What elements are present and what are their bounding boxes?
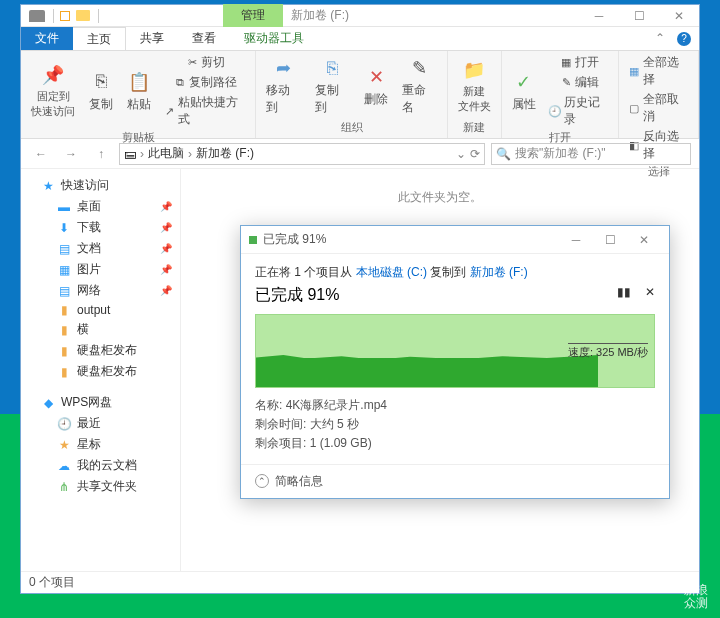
group-organize: 组织	[262, 119, 441, 136]
dest-link[interactable]: 新加卷 (F:)	[470, 265, 528, 279]
sidebar-heng[interactable]: ▮横	[21, 319, 180, 340]
pin-icon: 📌	[160, 201, 172, 212]
dialog-minimize[interactable]: ─	[559, 233, 593, 247]
qat-item[interactable]	[60, 11, 70, 21]
source-link[interactable]: 本地磁盘 (C:)	[356, 265, 427, 279]
ribbon-tabs: 文件 主页 共享 查看 驱动器工具 ⌃ ?	[21, 27, 699, 51]
tab-view[interactable]: 查看	[178, 27, 230, 50]
progress-indicator-icon	[249, 236, 257, 244]
dialog-maximize[interactable]: ☐	[593, 233, 627, 247]
file-name: 名称: 4K海豚纪录片.mp4	[255, 396, 655, 415]
tab-share[interactable]: 共享	[126, 27, 178, 50]
history-button[interactable]: 🕘历史记录	[546, 93, 612, 129]
sidebar-star[interactable]: ★星标	[21, 434, 180, 455]
copy-to-button[interactable]: ⎘复制到	[311, 53, 354, 119]
cut-button[interactable]: ✂剪切	[161, 53, 249, 72]
sidebar-desktop[interactable]: ▬桌面📌	[21, 196, 180, 217]
breadcrumb-volume[interactable]: 新加卷 (F:)	[196, 145, 254, 162]
collapse-ribbon[interactable]: ⌃	[647, 27, 673, 50]
help-button[interactable]: ?	[677, 32, 691, 46]
progress-text: 已完成 91%	[255, 285, 655, 306]
minimize-button[interactable]: ─	[579, 5, 619, 27]
select-none-button[interactable]: ▢全部取消	[625, 90, 692, 126]
sidebar-disk2[interactable]: ▮硬盘柜发布	[21, 361, 180, 382]
status-bar: 0 个项目	[21, 571, 699, 593]
pin-quick-access[interactable]: 📌固定到 快速访问	[27, 53, 79, 129]
search-icon: 🔍	[496, 147, 511, 161]
watermark: 新浪 众测	[684, 584, 708, 610]
back-button[interactable]: ←	[29, 142, 53, 166]
sidebar-downloads[interactable]: ⬇下载📌	[21, 217, 180, 238]
open-button[interactable]: ▦打开	[546, 53, 612, 72]
speed-graph: 速度: 325 MB/秒	[255, 314, 655, 388]
chevron-up-icon: ⌃	[255, 474, 269, 488]
tab-drive-tools[interactable]: 驱动器工具	[230, 27, 318, 50]
pause-button[interactable]: ▮▮	[617, 285, 631, 299]
move-to-button[interactable]: ➦移动到	[262, 53, 305, 119]
sidebar-quick-access[interactable]: ★快速访问	[21, 175, 180, 196]
drive-icon	[29, 10, 45, 22]
delete-button[interactable]: ✕删除	[360, 53, 392, 119]
title-bar: 管理 新加卷 (F:) ─ ☐ ✕	[21, 5, 699, 27]
refresh-icon[interactable]: ⟳	[470, 147, 480, 161]
paste-button[interactable]: 📋粘贴	[123, 53, 155, 129]
sidebar-output[interactable]: ▮output	[21, 301, 180, 319]
sidebar-mycloud[interactable]: ☁我的云文档	[21, 455, 180, 476]
search-placeholder: 搜索"新加卷 (F:)"	[515, 145, 606, 162]
copy-progress-dialog: 已完成 91% ─ ☐ ✕ 正在将 1 个项目从 本地磁盘 (C:) 复制到 新…	[240, 225, 670, 499]
tab-file[interactable]: 文件	[21, 27, 73, 50]
address-bar[interactable]: 🖴› 此电脑› 新加卷 (F:) ⌄ ⟳	[119, 143, 485, 165]
copy-button[interactable]: ⎘复制	[85, 53, 117, 129]
dialog-close[interactable]: ✕	[627, 233, 661, 247]
dropdown-icon[interactable]: ⌄	[456, 147, 466, 161]
dialog-title-bar: 已完成 91% ─ ☐ ✕	[241, 226, 669, 254]
sidebar-pictures[interactable]: ▦图片📌	[21, 259, 180, 280]
sidebar-documents[interactable]: ▤文档📌	[21, 238, 180, 259]
new-folder-button[interactable]: 📁新建 文件夹	[454, 53, 495, 119]
properties-button[interactable]: ✓属性	[508, 53, 540, 129]
remaining-items: 剩余项目: 1 (1.09 GB)	[255, 434, 655, 453]
ribbon: 📌固定到 快速访问 ⎘复制 📋粘贴 ✂剪切 ⧉复制路径 ↗粘贴快捷方式 剪贴板 …	[21, 51, 699, 139]
edit-button[interactable]: ✎编辑	[546, 73, 612, 92]
maximize-button[interactable]: ☐	[619, 5, 659, 27]
close-button[interactable]: ✕	[659, 5, 699, 27]
pin-icon: 📌	[160, 264, 172, 275]
navigation-pane: ★快速访问 ▬桌面📌 ⬇下载📌 ▤文档📌 ▦图片📌 ▤网络📌 ▮output ▮…	[21, 169, 181, 571]
sidebar-disk1[interactable]: ▮硬盘柜发布	[21, 340, 180, 361]
paste-shortcut-button[interactable]: ↗粘贴快捷方式	[161, 93, 249, 129]
group-new: 新建	[454, 119, 495, 136]
select-all-button[interactable]: ▦全部选择	[625, 53, 692, 89]
sidebar-wps[interactable]: ◆WPS网盘	[21, 392, 180, 413]
sidebar-recent[interactable]: 🕘最近	[21, 413, 180, 434]
address-bar-row: ← → ↑ 🖴› 此电脑› 新加卷 (F:) ⌄ ⟳ 🔍 搜索"新加卷 (F:)…	[21, 139, 699, 169]
sidebar-network[interactable]: ▤网络📌	[21, 280, 180, 301]
breadcrumb-pc[interactable]: 此电脑	[148, 145, 184, 162]
window-title: 新加卷 (F:)	[291, 7, 349, 24]
search-box[interactable]: 🔍 搜索"新加卷 (F:)"	[491, 143, 691, 165]
item-count: 0 个项目	[29, 574, 75, 591]
context-tab[interactable]: 管理	[223, 4, 283, 27]
sidebar-share[interactable]: ⋔共享文件夹	[21, 476, 180, 497]
up-button[interactable]: ↑	[89, 142, 113, 166]
pin-icon: 📌	[160, 222, 172, 233]
drive-icon: 🖴	[124, 147, 136, 161]
qat-item[interactable]	[76, 10, 90, 21]
speed-label: 速度: 325 MB/秒	[568, 343, 648, 360]
copy-description: 正在将 1 个项目从 本地磁盘 (C:) 复制到 新加卷 (F:)	[255, 264, 655, 281]
cancel-button[interactable]: ✕	[645, 285, 655, 299]
pin-icon: 📌	[160, 285, 172, 296]
empty-folder-text: 此文件夹为空。	[398, 189, 482, 206]
copy-path-button[interactable]: ⧉复制路径	[161, 73, 249, 92]
remaining-time: 剩余时间: 大约 5 秒	[255, 415, 655, 434]
tab-home[interactable]: 主页	[73, 27, 126, 50]
forward-button[interactable]: →	[59, 142, 83, 166]
rename-button[interactable]: ✎重命名	[398, 53, 441, 119]
details-toggle[interactable]: ⌃ 简略信息	[241, 464, 669, 498]
dialog-title: 已完成 91%	[263, 231, 326, 248]
pin-icon: 📌	[160, 243, 172, 254]
